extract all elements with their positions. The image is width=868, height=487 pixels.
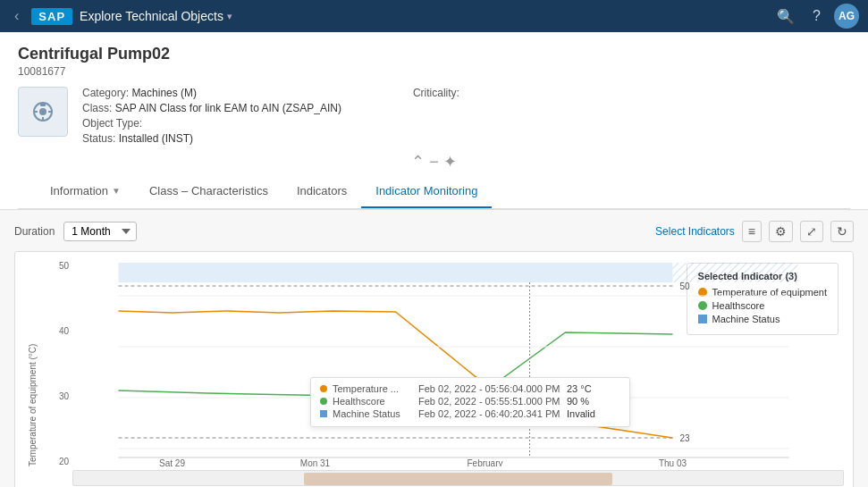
tooltip-row-healthscore: Healthscore Feb 02, 2022 - 05:55:51.000 … xyxy=(320,396,620,407)
nav-title-text: Explore Technical Objects xyxy=(80,9,223,23)
criticality-row: Criticality: xyxy=(413,87,459,99)
page-title: Centrifugal Pump02 xyxy=(18,45,850,63)
list-icon: ≡ xyxy=(748,224,755,239)
status-row: Status: Installed (INST) xyxy=(82,132,341,145)
list-view-button[interactable]: ≡ xyxy=(742,221,762,242)
top-navigation: ‹ SAP Explore Technical Objects ▾ 🔍 ? AG xyxy=(0,0,868,32)
refresh-icon: ↻ xyxy=(837,224,847,239)
x-label-sat29: Sat 29 xyxy=(159,458,185,466)
search-button[interactable]: 🔍 xyxy=(772,6,799,27)
tooltip-label-temperature: Temperature ... xyxy=(333,383,413,394)
back-button[interactable]: ‹ xyxy=(9,6,24,26)
tooltip-row-temperature: Temperature ... Feb 02, 2022 - 05:56:04.… xyxy=(320,383,620,394)
svg-point-1 xyxy=(39,108,46,115)
tab-information[interactable]: Information ▼ xyxy=(36,175,135,208)
tooltip-date-machine-status: Feb 02, 2022 - 06:40:20.341 PM xyxy=(418,408,561,419)
nav-chevron-icon[interactable]: ▾ xyxy=(227,11,232,22)
tooltip-label-machine-status: Machine Status xyxy=(333,408,413,419)
y-axis: Temperature of equipment (°C) 50 40 30 2… xyxy=(28,261,72,487)
tooltip-dot-healthscore xyxy=(320,398,327,405)
ref-label-23: 23 xyxy=(680,433,691,443)
tooltip-row-machine-status: Machine Status Feb 02, 2022 - 06:40:20.3… xyxy=(320,408,620,419)
refresh-button[interactable]: ↻ xyxy=(830,221,854,242)
tab-chevron-icon: ▼ xyxy=(112,186,121,196)
nav-title: Explore Technical Objects ▾ xyxy=(80,9,232,23)
tab-indicator-monitoring[interactable]: Indicator Monitoring xyxy=(361,175,492,208)
y-ticks: 50 40 30 20 xyxy=(59,261,69,466)
object-type-row: Object Type: xyxy=(82,117,341,130)
tooltip-value-machine-status: Invalid xyxy=(567,408,620,419)
duration-label: Duration xyxy=(14,225,55,238)
settings-button[interactable]: ⚙ xyxy=(769,221,793,242)
y-tick-20: 20 xyxy=(59,457,69,466)
y-tick-50: 50 xyxy=(59,261,69,271)
toolbar-right: Select Indicators ≡ ⚙ ⤢ ↻ xyxy=(655,221,854,242)
expand-icon: ⤢ xyxy=(806,224,817,239)
chart-tooltip: Temperature ... Feb 02, 2022 - 05:56:04.… xyxy=(310,377,630,427)
x-label-mon31: Mon 31 xyxy=(300,458,331,466)
chart-scrollbar-thumb[interactable] xyxy=(304,473,611,485)
nav-right-actions: 🔍 ? AG xyxy=(772,4,859,29)
header-content: Category: Machines (M) Class: SAP AIN Cl… xyxy=(18,87,850,145)
help-button[interactable]: ? xyxy=(808,6,825,26)
meta-right: Criticality: xyxy=(413,87,459,145)
object-icon xyxy=(18,87,68,137)
category-row: Category: Machines (M) xyxy=(82,87,341,99)
user-avatar[interactable]: AG xyxy=(834,4,859,29)
object-id: 10081677 xyxy=(18,65,850,78)
machine-status-band xyxy=(119,263,673,282)
class-row: Class: SAP AIN Class for link EAM to AIN… xyxy=(82,102,341,114)
y-tick-40: 40 xyxy=(59,326,69,336)
expand-button[interactable]: ⤢ xyxy=(800,221,823,242)
main-chart-svg: 50 23 Sat xyxy=(72,261,844,466)
machine-status-band-hatched xyxy=(673,263,798,282)
x-label-february: February xyxy=(467,458,502,466)
tooltip-value-temperature: 23 °C xyxy=(567,383,620,394)
tooltip-square-machine-status xyxy=(320,410,327,417)
header-meta: Category: Machines (M) Class: SAP AIN Cl… xyxy=(82,87,459,145)
settings-icon: ⚙ xyxy=(775,224,787,239)
page-header: Centrifugal Pump02 10081677 Category: Ma… xyxy=(0,32,868,210)
meta-left: Category: Machines (M) Class: SAP AIN Cl… xyxy=(82,87,341,145)
chart-scrollbar-area: Jan 15 Jan 22 Jan 30 Feb 06 xyxy=(72,470,844,487)
tooltip-dot-temperature xyxy=(320,385,327,392)
y-tick-30: 30 xyxy=(59,391,69,401)
chart-scrollbar[interactable] xyxy=(72,470,844,486)
tooltip-label-healthscore: Healthscore xyxy=(333,396,413,407)
chart-area: Temperature of equipment (°C) 50 40 30 2… xyxy=(24,261,844,487)
tab-class-characteristics[interactable]: Class – Characteristics xyxy=(135,175,282,208)
y-axis-label: Temperature of equipment (°C) xyxy=(28,261,38,466)
tooltip-date-healthscore: Feb 02, 2022 - 05:55:51.000 PM xyxy=(418,396,561,407)
tooltip-date-temperature: Feb 02, 2022 - 05:56:04.000 PM xyxy=(418,383,561,394)
tooltip-value-healthscore: 90 % xyxy=(567,396,620,407)
tabs: Information ▼ Class – Characteristics In… xyxy=(18,175,850,209)
svg-rect-6 xyxy=(40,103,46,106)
ref-label-50: 50 xyxy=(680,281,691,291)
collapse-indicator[interactable]: ⌃ − ✦ xyxy=(18,152,850,175)
x-label-thu03: Thu 03 xyxy=(659,458,687,466)
sap-logo: SAP xyxy=(31,8,72,25)
main-content: Duration 1 Month 3 Months 6 Months 1 Yea… xyxy=(0,210,868,487)
chart-toolbar: Duration 1 Month 3 Months 6 Months 1 Yea… xyxy=(14,221,854,242)
chart-container: Selected Indicator (3) Temperature of eq… xyxy=(14,251,854,487)
select-indicators-link[interactable]: Select Indicators xyxy=(655,225,735,238)
duration-select[interactable]: 1 Month 3 Months 6 Months 1 Year xyxy=(63,222,137,241)
chart-svg-wrapper: 50 23 Sat xyxy=(72,261,844,487)
tab-indicators[interactable]: Indicators xyxy=(282,175,361,208)
